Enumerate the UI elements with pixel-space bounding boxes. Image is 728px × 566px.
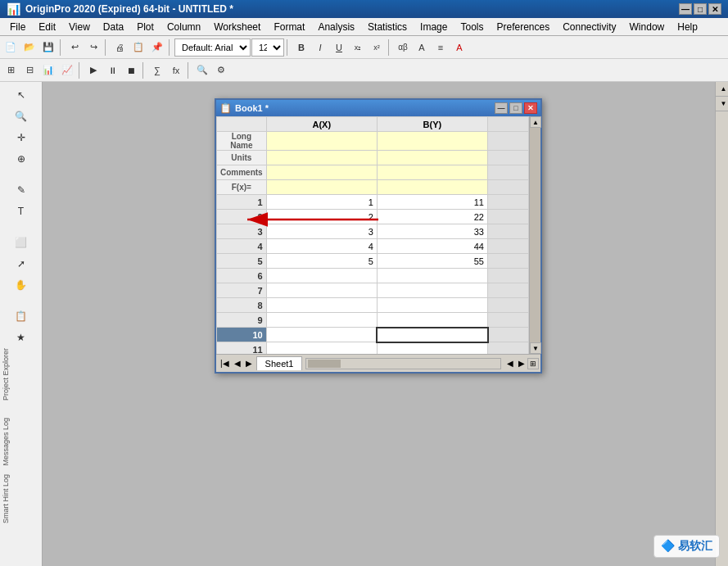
right-tab-2[interactable]: ▼ (716, 97, 728, 111)
long-name-a[interactable] (266, 132, 377, 151)
menu-worksheet[interactable]: Worksheet (207, 20, 267, 34)
ss-maximize[interactable]: □ (509, 102, 522, 114)
alpha-button[interactable]: αβ (394, 38, 412, 57)
vertical-scrollbar[interactable]: ▲ ▼ (529, 116, 540, 354)
text-button[interactable]: A (413, 38, 431, 57)
scroll-thumb-h[interactable] (308, 360, 341, 368)
arrow-tool[interactable]: ➚ (11, 254, 31, 274)
scroll-thumb-v[interactable] (530, 128, 540, 342)
tb2-btn4[interactable]: 📈 (58, 61, 76, 79)
menu-image[interactable]: Image (414, 20, 454, 34)
superscript-button[interactable]: x² (368, 38, 386, 57)
fx-a[interactable] (266, 180, 377, 195)
scroll-down[interactable]: ▼ (530, 342, 541, 354)
tb2-btn7[interactable]: ⏹ (122, 61, 140, 79)
align-button[interactable]: ≡ (432, 38, 450, 57)
cell-7-a[interactable] (266, 283, 377, 298)
cell-5-b[interactable]: 55 (377, 254, 487, 269)
cell-4-b[interactable]: 44 (377, 239, 487, 254)
comments-a[interactable] (266, 165, 377, 180)
data-tool[interactable]: 📋 (11, 306, 31, 326)
resize-corner[interactable]: ⊞ (527, 358, 539, 369)
menu-preferences[interactable]: Preferences (490, 20, 556, 34)
sheet-tab-1[interactable]: Sheet1 (256, 356, 303, 370)
cell-9-b[interactable] (377, 313, 487, 328)
col-header-a[interactable]: A(X) (266, 117, 377, 132)
bold-button[interactable]: B (292, 38, 310, 57)
tb2-btn2[interactable]: ⊟ (20, 61, 38, 79)
save-button[interactable]: 💾 (39, 38, 57, 57)
pan-tool[interactable]: ✛ (11, 128, 31, 147)
underline-button[interactable]: U (330, 38, 348, 57)
text-tool[interactable]: T (11, 201, 31, 221)
menu-file[interactable]: File (3, 20, 32, 34)
tb2-btn10[interactable]: 🔍 (193, 61, 211, 79)
cell-3-a[interactable]: 3 (266, 224, 377, 239)
tb2-btn8[interactable]: ∑ (148, 61, 166, 79)
redo-button[interactable]: ↪ (84, 38, 102, 57)
scroll-up[interactable]: ▲ (530, 116, 541, 128)
menu-connectivity[interactable]: Connectivity (556, 20, 622, 34)
paste-button[interactable]: 📌 (148, 38, 166, 57)
cell-3-b[interactable]: 33 (377, 224, 487, 239)
menu-column[interactable]: Column (161, 20, 207, 34)
cell-8-b[interactable] (377, 298, 487, 313)
horizontal-scrollbar[interactable] (305, 358, 501, 369)
cell-2-a[interactable]: 2 (266, 210, 377, 224)
cell-1-a[interactable]: 1 (266, 195, 377, 210)
cell-11-a[interactable] (266, 342, 377, 355)
cell-2-b[interactable]: 22 (377, 210, 487, 224)
print-button[interactable]: 🖨 (111, 38, 129, 57)
tab-prev[interactable]: ◀ (232, 359, 243, 368)
tb2-btn11[interactable]: ⚙ (212, 61, 230, 79)
scroll-h-right[interactable]: ▶ (516, 359, 527, 368)
cell-11-b[interactable] (377, 342, 487, 355)
smart-hint-log-label[interactable]: Smart Hint Log (0, 473, 11, 525)
tab-next[interactable]: ▶ (243, 359, 255, 368)
cell-4-a[interactable]: 4 (266, 239, 377, 254)
open-button[interactable]: 📂 (20, 38, 38, 57)
italic-button[interactable]: I (311, 38, 329, 57)
units-b[interactable] (377, 151, 487, 165)
tab-first[interactable]: |◀ (218, 359, 232, 368)
col-header-b[interactable]: B(Y) (377, 117, 487, 132)
comments-b[interactable] (377, 165, 487, 180)
tb2-btn9[interactable]: fx (167, 61, 185, 79)
grab-tool[interactable]: ✋ (11, 275, 31, 295)
long-name-b[interactable] (377, 132, 487, 151)
ss-close[interactable]: ✕ (524, 102, 537, 114)
cell-8-a[interactable] (266, 298, 377, 313)
cell-7-b[interactable] (377, 283, 487, 298)
tb2-btn5[interactable]: ▶ (84, 61, 102, 79)
new-button[interactable]: 📄 (2, 38, 20, 57)
rect-tool[interactable]: ⬜ (11, 233, 31, 252)
menu-format[interactable]: Format (267, 20, 311, 34)
close-button[interactable]: ✕ (708, 3, 721, 15)
tb2-btn1[interactable]: ⊞ (2, 61, 20, 79)
menu-statistics[interactable]: Statistics (361, 20, 414, 34)
menu-tools[interactable]: Tools (454, 20, 490, 34)
ss-minimize[interactable]: — (495, 102, 508, 114)
menu-view[interactable]: View (62, 20, 97, 34)
font-dropdown[interactable]: Default: Arial (174, 38, 251, 57)
cell-10-b[interactable] (377, 328, 487, 342)
fx-b[interactable] (377, 180, 487, 195)
cell-9-a[interactable] (266, 313, 377, 328)
font-size-dropdown[interactable]: 12 (251, 38, 284, 57)
copy-button[interactable]: 📋 (129, 38, 147, 57)
menu-window[interactable]: Window (623, 20, 671, 34)
cell-10-a[interactable] (266, 328, 377, 342)
cell-1-b[interactable]: 11 (377, 195, 487, 210)
units-a[interactable] (266, 151, 377, 165)
menu-data[interactable]: Data (97, 20, 130, 34)
maximize-button[interactable]: □ (694, 3, 707, 15)
messages-log-label[interactable]: Messages Log (0, 416, 11, 468)
menu-edit[interactable]: Edit (32, 20, 62, 34)
undo-button[interactable]: ↩ (66, 38, 84, 57)
scroll-h-left[interactable]: ◀ (504, 359, 516, 368)
subscript-button[interactable]: x₂ (349, 38, 367, 57)
menu-plot[interactable]: Plot (130, 20, 161, 34)
rotate-tool[interactable]: ⊕ (11, 149, 31, 169)
zoom-in-tool[interactable]: 🔍 (11, 106, 31, 126)
menu-help[interactable]: Help (671, 20, 704, 34)
